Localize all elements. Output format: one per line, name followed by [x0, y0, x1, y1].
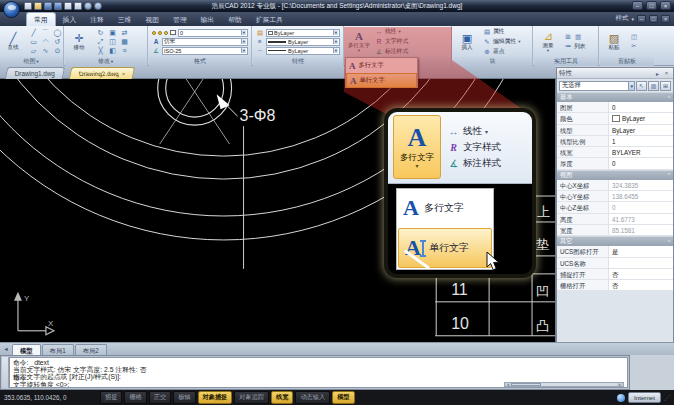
- menu-item-mtext[interactable]: A 多行文字: [346, 58, 417, 73]
- status-toggle-button[interactable]: 线宽: [271, 391, 293, 404]
- tab-nav-left-icon[interactable]: ◄: [0, 344, 12, 355]
- status-toggle-button[interactable]: 正交: [149, 391, 171, 404]
- resize-grip[interactable]: ⋰: [664, 394, 671, 402]
- group-label-clipboard[interactable]: 剪贴板: [600, 57, 654, 66]
- window-control-button[interactable]: ×: [660, 1, 671, 10]
- app-logo-icon[interactable]: [3, 1, 20, 18]
- move-button[interactable]: ✛ 移动: [66, 27, 92, 56]
- chevron-down-icon[interactable]: ▾: [631, 16, 634, 22]
- measure-button[interactable]: ⊿ 测量 ▾: [535, 27, 561, 56]
- property-row[interactable]: UCS名称: [557, 258, 673, 269]
- text-style-select[interactable]: 仿宋▾: [162, 38, 248, 46]
- draw-tool-icon[interactable]: ⊙: [52, 46, 63, 55]
- text-style-button-large[interactable]: R 文字样式: [447, 141, 501, 154]
- draw-tool-icon[interactable]: ⌒: [40, 28, 51, 37]
- modify-tool-icon[interactable]: ↻: [95, 28, 106, 37]
- layer-freeze-icon[interactable]: [158, 31, 162, 35]
- modify-tool-icon[interactable]: ⤢: [95, 37, 106, 46]
- group-label-format[interactable]: 格式: [149, 57, 251, 66]
- property-row[interactable]: UCS图标打开 是: [557, 246, 673, 257]
- ribbon-tab[interactable]: 常用: [26, 12, 56, 26]
- group-label-draw[interactable]: 绘图▼: [0, 57, 63, 66]
- insert-block-button[interactable]: ▣ 插入: [454, 27, 480, 56]
- property-row[interactable]: 中心Z坐标 0: [557, 202, 673, 213]
- modify-tool-icon[interactable]: ▦: [119, 37, 130, 46]
- modify-tool-icon[interactable]: ≡: [119, 46, 130, 55]
- close-icon[interactable]: ×: [662, 70, 671, 76]
- ribbon-tab[interactable]: 注释: [83, 13, 111, 26]
- lineweight-select[interactable]: ByLayer▾: [266, 38, 340, 46]
- base-point-button[interactable]: ⊕ 基点: [483, 47, 520, 56]
- modify-tool-icon[interactable]: ◧: [107, 46, 118, 55]
- paste-button[interactable]: ▨ 粘贴: [601, 27, 627, 56]
- dim-style-button[interactable]: ∡ 标注样式: [375, 47, 408, 56]
- layout-tab[interactable]: 布局2: [75, 344, 107, 355]
- ribbon-tab[interactable]: 输出: [194, 13, 222, 26]
- ribbon-tab[interactable]: 三维: [111, 13, 139, 26]
- layer-color-swatch[interactable]: [170, 30, 176, 35]
- status-toggle-button[interactable]: 模型: [332, 391, 354, 404]
- menu-item-dtext-large[interactable]: A 单行文字: [398, 228, 492, 268]
- style-menu[interactable]: 样式: [615, 14, 628, 23]
- draw-tool-icon[interactable]: ▭: [28, 37, 39, 46]
- pin-icon[interactable]: ▸: [653, 70, 662, 77]
- doc-restore-button[interactable]: □: [649, 15, 658, 23]
- globe-icon[interactable]: [617, 394, 625, 402]
- ribbon-tab[interactable]: 视图: [138, 13, 166, 26]
- layout-tab[interactable]: 布局1: [42, 344, 74, 355]
- command-window[interactable]: 命令: _dtext当前文字样式: 仿宋 文字高度: 2.5 注释性: 否指定文…: [0, 355, 630, 390]
- section-header-misc[interactable]: 其它^: [557, 236, 673, 246]
- dim-style-button-large[interactable]: ∡ 标注样式: [447, 157, 501, 170]
- status-toggle-button[interactable]: 动态输入: [295, 391, 330, 404]
- property-row[interactable]: 图层 0: [557, 102, 673, 113]
- draw-tool-icon[interactable]: ↺: [52, 37, 63, 46]
- quick-select-button[interactable]: ▥: [648, 81, 659, 91]
- status-toggle-button[interactable]: 对象追踪: [234, 391, 269, 404]
- section-header-general[interactable]: 基本^: [557, 92, 673, 102]
- edit-attributes-button[interactable]: ✎ 编辑属性▾: [483, 37, 520, 46]
- selection-dropdown[interactable]: 无选择▾: [559, 81, 635, 91]
- status-toggle-button[interactable]: 极轴: [173, 391, 195, 404]
- menu-item-mtext-large[interactable]: A 多行文字: [397, 189, 493, 227]
- attributes-button[interactable]: ▤ 属性: [483, 27, 520, 36]
- ribbon-tab[interactable]: 帮助: [221, 13, 249, 26]
- group-label-utils[interactable]: 实用工具: [534, 57, 598, 66]
- document-tab[interactable]: Drawing1.dwg: [5, 67, 65, 79]
- document-tab-active[interactable]: Drawing2.dwg×: [69, 67, 136, 79]
- layer-lock-icon[interactable]: [164, 31, 168, 35]
- layer-on-icon[interactable]: [152, 31, 156, 35]
- mtext-button[interactable]: A 多行文字 ▾: [346, 27, 372, 56]
- copy-button[interactable]: ◫: [630, 33, 638, 41]
- modify-tool-icon[interactable]: ⇄: [119, 28, 130, 37]
- status-toggle-button[interactable]: 捕捉: [100, 391, 122, 404]
- doc-close-button[interactable]: ×: [661, 15, 670, 23]
- quick-select-button[interactable]: ⊞ ▥: [564, 33, 586, 41]
- property-row[interactable]: 高度 41.6773: [557, 214, 673, 225]
- group-label-modify[interactable]: 修改▼: [65, 57, 147, 66]
- property-row[interactable]: 中心X坐标 324.3835: [557, 180, 673, 191]
- property-row[interactable]: 捕捉打开 否: [557, 269, 673, 280]
- dim-style-select[interactable]: ISO-25▾: [162, 47, 248, 55]
- text-style-button[interactable]: R 文字样式: [375, 37, 408, 46]
- modify-tool-icon[interactable]: ▣: [107, 28, 118, 37]
- property-row[interactable]: 栅格打开 否: [557, 280, 673, 291]
- draw-tool-icon[interactable]: ▱: [28, 46, 39, 55]
- property-row[interactable]: 厚度 0: [557, 158, 673, 169]
- property-row[interactable]: 线宽 BYLAYER: [557, 147, 673, 158]
- property-row[interactable]: 中心Y坐标 138.6455: [557, 191, 673, 202]
- property-row[interactable]: 宽度 85.1581: [557, 225, 673, 236]
- scroll-thumb[interactable]: [511, 383, 541, 386]
- window-control-button[interactable]: □: [646, 1, 657, 10]
- scroll-right-icon[interactable]: ▸: [617, 383, 623, 386]
- list-button[interactable]: ≔ 列表: [564, 42, 586, 51]
- status-toggle-button[interactable]: 对象捕捉: [198, 391, 233, 404]
- property-row[interactable]: 线型比例 1: [557, 136, 673, 147]
- command-prompt[interactable]: 命令:: [13, 373, 28, 383]
- doc-minimize-button[interactable]: –: [637, 15, 646, 23]
- internet-button[interactable]: Internet: [628, 392, 661, 403]
- group-label-block[interactable]: 块: [453, 57, 532, 66]
- group-label-properties[interactable]: 特性: [253, 57, 343, 66]
- modify-tool-icon[interactable]: ╳: [95, 46, 106, 55]
- line-button[interactable]: ╱ 直线: [1, 27, 25, 56]
- linear-dim-button[interactable]: ↔ 线性▾: [375, 27, 408, 36]
